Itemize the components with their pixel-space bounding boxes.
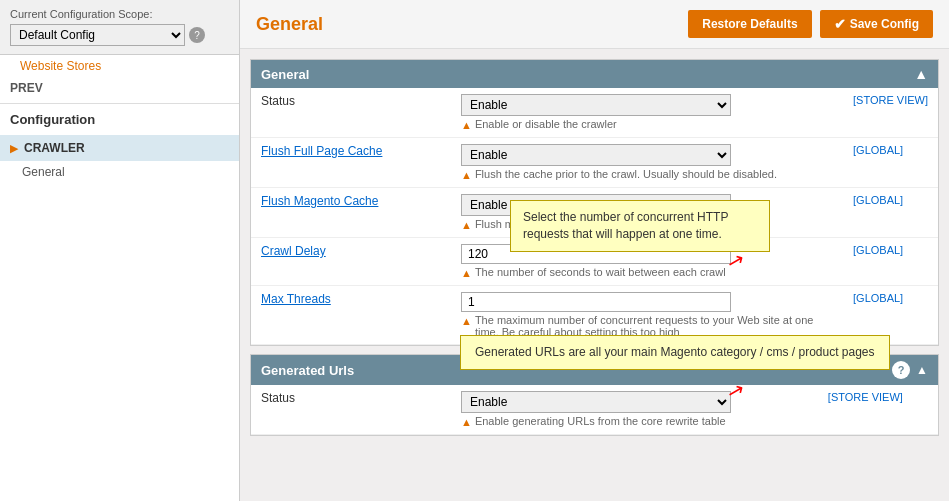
table-row: Flush Full Page Cache Enable Disable ▲ F… [251, 138, 938, 188]
website-stores-link[interactable]: Website Stores [10, 55, 111, 77]
flush-full-cache-select[interactable]: Enable Disable [461, 144, 731, 166]
tooltip-concurrent-requests: Select the number of concurrent HTTP req… [510, 200, 770, 252]
hint-icon: ▲ [461, 416, 472, 428]
checkmark-icon: ✔ [834, 16, 846, 32]
config-scope-panel: Current Configuration Scope: Default Con… [0, 0, 239, 55]
tooltip-generated-urls: Generated URLs are all your main Magento… [460, 335, 890, 370]
flush-magento-cache-label[interactable]: Flush Magento Cache [251, 188, 451, 238]
flush-magento-cache-scope: [GLOBAL] [843, 188, 938, 238]
tooltip-box: Select the number of concurrent HTTP req… [510, 200, 770, 252]
flush-full-cache-value: Enable Disable ▲ Flush the cache prior t… [451, 138, 843, 188]
max-threads-label[interactable]: Max Threads [251, 286, 451, 345]
generated-urls-table: Status Enable Disable ▲ Enable generatin… [251, 385, 938, 435]
prev-label: PREV [0, 77, 239, 104]
save-config-label: Save Config [850, 17, 919, 31]
sidebar-section-title: Configuration [0, 104, 239, 135]
general-section-header: General ▲ [251, 60, 938, 88]
section-collapse-icon[interactable]: ▲ [914, 66, 928, 82]
sidebar-item-label-crawler: CRAWLER [24, 141, 85, 155]
section-icons: ? ▲ [892, 361, 928, 379]
gen-status-scope: [STORE VIEW] [818, 385, 938, 435]
gen-status-select[interactable]: Enable Disable [461, 391, 731, 413]
crawl-delay-scope: [GLOBAL] [843, 238, 938, 286]
section-help-icon[interactable]: ? [892, 361, 910, 379]
hint-icon: ▲ [461, 315, 472, 327]
scope-select[interactable]: Default Config [10, 24, 185, 46]
status-label: Status [251, 88, 451, 138]
status-select[interactable]: Enable Disable [461, 94, 731, 116]
crawl-delay-label[interactable]: Crawl Delay [251, 238, 451, 286]
flush-full-cache-hint: ▲ Flush the cache prior to the crawl. Us… [461, 168, 833, 181]
tooltip2-box: Generated URLs are all your main Magento… [460, 335, 890, 370]
sidebar-sub-item-general[interactable]: General [0, 161, 239, 183]
gen-status-hint: ▲ Enable generating URLs from the core r… [461, 415, 808, 428]
help-icon[interactable]: ? [189, 27, 205, 43]
gen-status-value: Enable Disable ▲ Enable generating URLs … [451, 385, 818, 435]
page-title: General [256, 14, 323, 35]
status-scope: [STORE VIEW] [843, 88, 938, 138]
table-row: Status Enable Disable ▲ Enable generatin… [251, 385, 938, 435]
hint-icon: ▲ [461, 169, 472, 181]
generated-urls-title: Generated Urls [261, 363, 354, 378]
hint-icon: ▲ [461, 119, 472, 131]
general-section-title: General [261, 67, 309, 82]
status-field-value: Enable Disable ▲ Enable or disable the c… [451, 88, 843, 138]
table-row: Status Enable Disable ▲ Enable or disabl… [251, 88, 938, 138]
max-threads-input[interactable] [461, 292, 731, 312]
arrow-icon: ▶ [10, 142, 18, 155]
status-hint: ▲ Enable or disable the crawler [461, 118, 833, 131]
section-collapse-btn[interactable]: ▲ [916, 363, 928, 377]
sidebar-item-crawler[interactable]: ▶ CRAWLER [0, 135, 239, 161]
hint-icon: ▲ [461, 219, 472, 231]
header-buttons: Restore Defaults ✔ Save Config [688, 10, 933, 38]
restore-defaults-button[interactable]: Restore Defaults [688, 10, 811, 38]
main-content: General Restore Defaults ✔ Save Config G… [240, 0, 949, 501]
config-scope-label: Current Configuration Scope: [10, 8, 229, 20]
sidebar: Current Configuration Scope: Default Con… [0, 0, 240, 501]
gen-status-label: Status [251, 385, 451, 435]
crawl-delay-hint: ▲ The number of seconds to wait between … [461, 266, 833, 279]
save-config-button[interactable]: ✔ Save Config [820, 10, 933, 38]
flush-full-cache-scope: [GLOBAL] [843, 138, 938, 188]
main-inner: General Restore Defaults ✔ Save Config G… [240, 0, 949, 436]
hint-icon: ▲ [461, 267, 472, 279]
main-header: General Restore Defaults ✔ Save Config [240, 0, 949, 49]
flush-full-cache-label[interactable]: Flush Full Page Cache [251, 138, 451, 188]
